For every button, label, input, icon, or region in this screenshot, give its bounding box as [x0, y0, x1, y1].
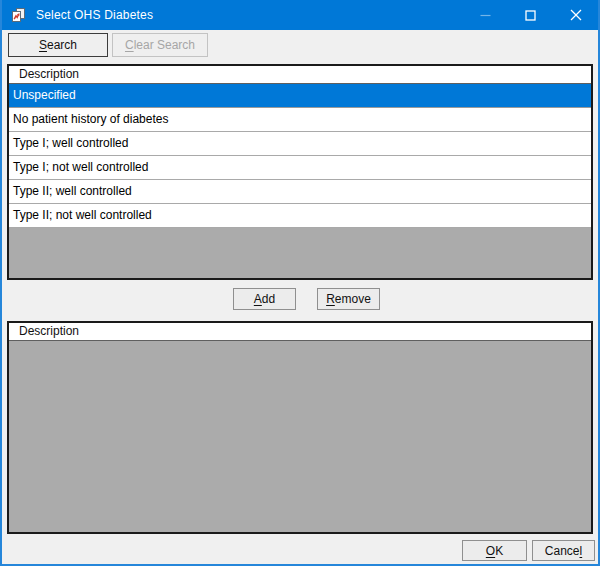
- list-item[interactable]: No patient history of diabetes: [9, 108, 591, 132]
- list-item[interactable]: Type II; not well controlled: [9, 204, 591, 228]
- selected-list: Description: [7, 321, 593, 534]
- window-controls: [463, 0, 598, 30]
- titlebar: Select OHS Diabetes: [2, 0, 598, 30]
- available-list-header: Description: [9, 66, 591, 84]
- app-icon: [10, 7, 27, 24]
- remove-button[interactable]: Remove: [317, 288, 380, 310]
- cancel-button[interactable]: Cancel: [532, 540, 595, 561]
- close-button[interactable]: [553, 0, 598, 30]
- close-icon: [570, 9, 582, 21]
- available-list: Description UnspecifiedNo patient histor…: [7, 64, 593, 280]
- maximize-button[interactable]: [508, 0, 553, 30]
- selected-list-header: Description: [9, 323, 591, 341]
- available-list-body: UnspecifiedNo patient history of diabete…: [9, 84, 591, 228]
- window-title: Select OHS Diabetes: [36, 8, 153, 22]
- search-button[interactable]: Search: [8, 33, 108, 57]
- minimize-button[interactable]: [463, 0, 508, 30]
- list-item[interactable]: Unspecified: [9, 84, 591, 108]
- add-button[interactable]: Add: [233, 288, 296, 310]
- list-item[interactable]: Type II; well controlled: [9, 180, 591, 204]
- list-item[interactable]: Type I; well controlled: [9, 132, 591, 156]
- list-item[interactable]: Type I; not well controlled: [9, 156, 591, 180]
- select-ohs-diabetes-dialog: Select OHS Diabetes Search Clear Search: [0, 0, 600, 566]
- clear-search-button[interactable]: Clear Search: [112, 33, 208, 57]
- ok-button[interactable]: OK: [462, 540, 527, 561]
- maximize-icon: [525, 10, 536, 21]
- minimize-icon: [480, 10, 491, 21]
